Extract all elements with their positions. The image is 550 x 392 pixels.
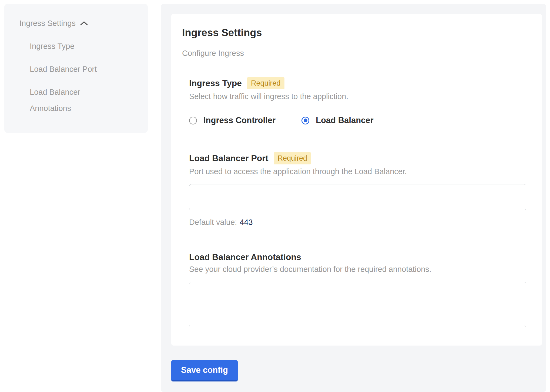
config-nav-sidebar: Ingress Settings Ingress Type Load Balan… [4, 4, 148, 133]
ingress-type-help: Select how traffic will ingress to the a… [189, 92, 526, 101]
lb-annotations-help: See your cloud provider’s documentation … [189, 265, 526, 274]
load-balancer-annotations-textarea[interactable] [189, 282, 526, 327]
radio-icon [189, 117, 197, 124]
section-load-balancer-annotations: Load Balancer Annotations See your cloud… [189, 252, 526, 327]
chevron-up-icon [80, 21, 88, 26]
page: Ingress Settings Ingress Type Load Balan… [0, 0, 550, 392]
ingress-settings-card: Ingress Settings Configure Ingress Ingre… [171, 14, 542, 346]
required-badge: Required [247, 77, 284, 89]
sidebar-item-load-balancer-annotations[interactable]: Load Balancer Annotations [30, 84, 119, 116]
default-value-label: Default value: [189, 218, 237, 227]
lb-port-help: Port used to access the application thro… [189, 167, 526, 176]
required-badge: Required [274, 152, 311, 164]
config-main-panel: Ingress Settings Configure Ingress Ingre… [161, 4, 546, 392]
sidebar-group-ingress-settings[interactable]: Ingress Settings [19, 15, 137, 31]
lb-annotations-label: Load Balancer Annotations [189, 252, 301, 262]
sidebar-item-load-balancer-port[interactable]: Load Balancer Port [30, 61, 119, 77]
radio-icon [301, 117, 309, 124]
load-balancer-port-input[interactable] [189, 184, 526, 210]
default-value: 443 [240, 218, 253, 227]
section-load-balancer-port: Load Balancer Port Required Port used to… [189, 152, 526, 227]
sidebar-group-label: Ingress Settings [19, 15, 76, 31]
default-value-line: Default value:443 [189, 218, 526, 227]
ingress-type-radio-group: Ingress Controller Load Balancer [189, 116, 526, 125]
page-title: Ingress Settings [182, 27, 526, 39]
radio-label: Ingress Controller [203, 116, 276, 125]
radio-option-load-balancer[interactable]: Load Balancer [301, 116, 374, 125]
lb-port-label: Load Balancer Port [189, 153, 268, 163]
section-ingress-type: Ingress Type Required Select how traffic… [189, 77, 526, 125]
sidebar-item-list: Ingress Type Load Balancer Port Load Bal… [19, 38, 137, 116]
radio-label: Load Balancer [316, 116, 374, 125]
page-subtitle: Configure Ingress [182, 49, 526, 58]
ingress-type-label: Ingress Type [189, 78, 242, 88]
sidebar-item-ingress-type[interactable]: Ingress Type [30, 38, 119, 54]
save-config-button[interactable]: Save config [171, 360, 238, 381]
radio-option-ingress-controller[interactable]: Ingress Controller [189, 116, 276, 125]
